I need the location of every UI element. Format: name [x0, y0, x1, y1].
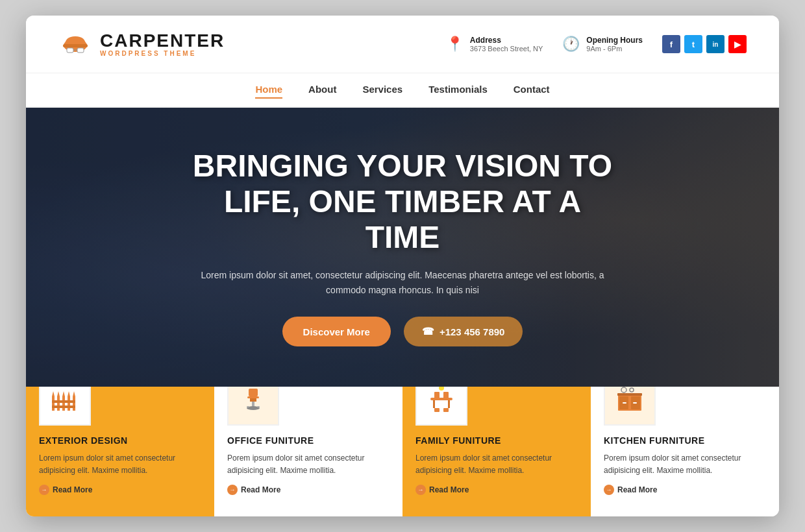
hero-content: BRINGING YOUR VISION TO LIFE, ONE TIMBER…	[175, 148, 630, 346]
nav-home[interactable]: Home	[255, 81, 282, 99]
svg-marker-16	[73, 391, 75, 396]
read-more-dot-kitchen: →	[604, 485, 614, 495]
svg-rect-25	[433, 400, 435, 408]
service-body-kitchen: KITCHEN FURNITURE Porem ipsum dolor sit …	[591, 435, 779, 495]
service-icon-exterior	[39, 387, 91, 426]
hours-text: Opening Hours 9Am - 6Pm	[586, 36, 643, 53]
service-title-family: FAMILY FUNITURE	[415, 435, 578, 446]
svg-rect-11	[52, 405, 75, 408]
browser-window: CARPENTER WORDPRESS THEME 📍 Address 3673…	[26, 16, 779, 516]
phone-number: +123 456 7890	[440, 326, 505, 337]
svg-rect-29	[434, 408, 440, 412]
svg-rect-17	[249, 389, 258, 396]
service-body-office: OFFICE FUNITURE Porem ipsum dolor sit am…	[214, 435, 402, 495]
svg-rect-27	[434, 392, 440, 398]
read-more-label-kitchen: Read More	[617, 485, 657, 494]
address-info: 📍 Address 3673 Beech Street, NY	[446, 36, 543, 53]
logo-subtitle: WORDPRESS THEME	[100, 50, 225, 57]
svg-point-31	[439, 387, 444, 391]
kitchen-icon-svg	[613, 387, 646, 416]
header-info: 📍 Address 3673 Beech Street, NY 🕐 Openin…	[446, 35, 747, 53]
service-card-family: FAMILY FUNITURE Lorem ipsum dolor sit am…	[402, 387, 591, 516]
svg-rect-38	[617, 393, 642, 396]
nav-contact[interactable]: Contact	[514, 81, 550, 99]
nav-about[interactable]: About	[308, 81, 336, 99]
svg-rect-23	[257, 406, 260, 407]
logo-area: CARPENTER WORDPRESS THEME	[58, 27, 225, 61]
service-title-kitchen: KITCHEN FURNITURE	[604, 435, 766, 446]
discover-more-button[interactable]: Discover More	[282, 317, 391, 346]
svg-rect-6	[57, 396, 60, 411]
logo-title: CARPENTER	[100, 32, 225, 50]
svg-rect-7	[62, 396, 65, 411]
nav-testimonials[interactable]: Testimonials	[428, 81, 488, 99]
service-body-exterior: EXTERIOR DESIGN Lorem ipsum dolor sit am…	[26, 435, 214, 495]
site-nav: Home About Services Testimonials Contact	[26, 73, 779, 108]
svg-rect-8	[68, 396, 70, 411]
service-link-family[interactable]: → Read More	[415, 485, 578, 495]
address-value: 3673 Beech Street, NY	[470, 45, 543, 53]
location-icon: 📍	[446, 36, 464, 53]
svg-rect-30	[443, 408, 449, 412]
twitter-icon[interactable]: t	[684, 35, 702, 53]
facebook-icon[interactable]: f	[662, 35, 680, 53]
svg-rect-3	[67, 48, 73, 53]
service-body-family: FAMILY FUNITURE Lorem ipsum dolor sit am…	[402, 435, 591, 495]
svg-rect-2	[63, 44, 88, 47]
svg-rect-26	[448, 400, 450, 408]
svg-rect-10	[52, 400, 75, 403]
read-more-label-office: Read More	[241, 485, 280, 494]
logo-icon	[58, 27, 92, 61]
clock-icon: 🕐	[562, 36, 580, 53]
svg-marker-15	[68, 391, 70, 396]
service-card-kitchen: KITCHEN FURNITURE Porem ipsum dolor sit …	[591, 387, 779, 516]
phone-button[interactable]: ☎ +123 456 7890	[404, 317, 523, 346]
service-card-exterior: EXTERIOR DESIGN Lorem ipsum dolor sit am…	[26, 387, 214, 516]
svg-point-40	[630, 388, 634, 392]
svg-rect-37	[633, 402, 637, 404]
service-desc-exterior: Lorem ipsum dolor sit amet consectetur a…	[39, 452, 201, 477]
svg-rect-4	[77, 48, 84, 53]
svg-point-39	[621, 387, 626, 393]
logo-text-block: CARPENTER WORDPRESS THEME	[100, 32, 225, 57]
read-more-dot-family: →	[415, 485, 426, 495]
svg-marker-14	[62, 391, 65, 396]
hero-buttons: Discover More ☎ +123 456 7890	[188, 317, 617, 346]
site-header: CARPENTER WORDPRESS THEME 📍 Address 3673…	[26, 16, 779, 73]
nav-services[interactable]: Services	[362, 81, 402, 99]
hours-info: 🕐 Opening Hours 9Am - 6Pm	[562, 36, 643, 53]
address-label: Address	[470, 36, 543, 45]
svg-marker-12	[52, 391, 55, 396]
svg-rect-19	[247, 396, 259, 398]
svg-rect-9	[73, 396, 75, 411]
services-row: EXTERIOR DESIGN Lorem ipsum dolor sit am…	[26, 387, 779, 516]
service-icon-family	[415, 387, 467, 426]
social-icons: f t in ▶	[662, 35, 747, 53]
service-link-kitchen[interactable]: → Read More	[604, 485, 766, 495]
svg-rect-22	[247, 406, 249, 407]
service-link-office[interactable]: → Read More	[227, 485, 390, 495]
service-title-exterior: EXTERIOR DESIGN	[39, 435, 201, 446]
service-title-office: OFFICE FUNITURE	[227, 435, 390, 446]
phone-icon: ☎	[422, 326, 434, 337]
read-more-dot-office: →	[227, 485, 238, 495]
svg-marker-13	[57, 391, 60, 396]
svg-rect-20	[252, 402, 254, 407]
hours-label: Opening Hours	[586, 36, 643, 45]
service-icon-office	[227, 387, 279, 426]
hero-section: BRINGING YOUR VISION TO LIFE, ONE TIMBER…	[26, 108, 779, 387]
hero-subtitle: Lorem ipsum dolor sit amet, consectetur …	[188, 268, 617, 297]
address-text: Address 3673 Beech Street, NY	[470, 36, 543, 53]
service-desc-family: Lorem ipsum dolor sit amet consectetur a…	[415, 452, 578, 477]
svg-rect-36	[623, 402, 626, 404]
svg-rect-5	[52, 396, 55, 411]
youtube-icon[interactable]: ▶	[728, 35, 747, 53]
hero-title: BRINGING YOUR VISION TO LIFE, ONE TIMBER…	[188, 148, 617, 256]
office-icon-svg	[237, 387, 269, 416]
svg-rect-24	[430, 398, 452, 400]
service-card-office: OFFICE FUNITURE Porem ipsum dolor sit am…	[214, 387, 402, 516]
linkedin-icon[interactable]: in	[706, 35, 724, 53]
hours-value: 9Am - 6Pm	[586, 45, 643, 53]
service-desc-office: Porem ipsum dolor sit amet consectetur a…	[227, 452, 390, 477]
service-link-exterior[interactable]: → Read More	[39, 485, 201, 495]
